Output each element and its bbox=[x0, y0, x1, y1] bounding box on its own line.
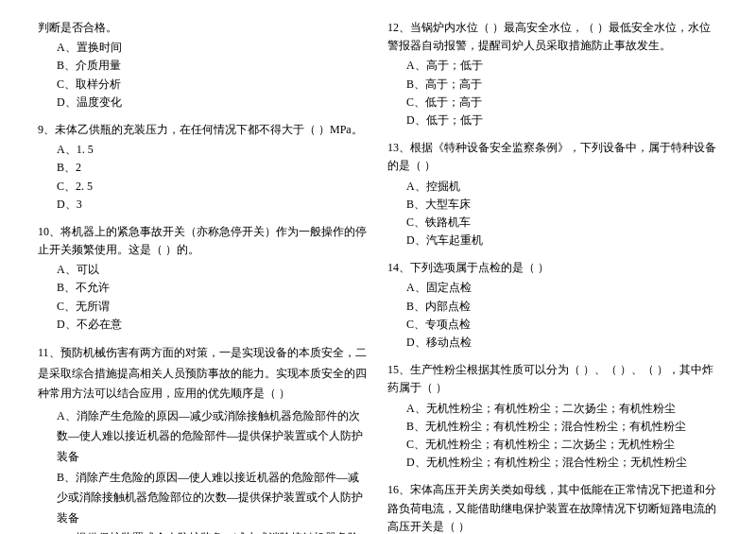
option-14-c: C、专项点检 bbox=[387, 316, 718, 334]
content-columns: 判断是否合格。 A、置换时间 B、介质用量 C、取样分析 D、温度变化 9、未体… bbox=[38, 19, 718, 534]
option-12-b: B、高于；高于 bbox=[387, 76, 718, 94]
option-12-c: C、低于；高于 bbox=[387, 94, 718, 112]
question-12-text: 12、当锅炉内水位（ ）最高安全水位，（ ）最低安全水位，水位警报器自动报警，提… bbox=[387, 19, 718, 55]
option-15-a: A、无机性粉尘；有机性粉尘；二次扬尘；有机性粉尘 bbox=[387, 400, 718, 418]
question-11: 11、预防机械伤害有两方面的对策，一是实现设备的本质安全，二是采取综合措施提高相… bbox=[38, 343, 369, 534]
option-9-d: D、3 bbox=[38, 196, 369, 214]
question-14-text: 14、下列选项属于点检的是（ ） bbox=[387, 259, 718, 277]
exam-page: 判断是否合格。 A、置换时间 B、介质用量 C、取样分析 D、温度变化 9、未体… bbox=[38, 19, 718, 534]
option-9-c: C、2. 5 bbox=[38, 178, 369, 196]
option-judge-c: C、取样分析 bbox=[38, 76, 369, 94]
option-13-a: A、控掘机 bbox=[387, 178, 718, 196]
option-13-c: C、铁路机车 bbox=[387, 214, 718, 232]
question-9: 9、未体乙供瓶的充装压力，在任何情况下都不得大于（ ）MPa。 A、1. 5 B… bbox=[38, 121, 369, 214]
option-10-a: A、可以 bbox=[38, 261, 369, 279]
question-judge-text: 判断是否合格。 bbox=[38, 19, 369, 37]
question-13-text: 13、根据《特种设备安全监察条例》，下列设备中，属于特种设备的是（ ） bbox=[387, 139, 718, 175]
question-13: 13、根据《特种设备安全监察条例》，下列设备中，属于特种设备的是（ ） A、控掘… bbox=[387, 139, 718, 250]
option-15-b: B、无机性粉尘；有机性粉尘；混合性粉尘；有机性粉尘 bbox=[387, 418, 718, 436]
option-13-b: B、大型车床 bbox=[387, 196, 718, 214]
question-16-text: 16、宋体高压开关房关类如母线，其中低能在正常情况下把道和分路负荷电流，又能借助… bbox=[387, 481, 718, 534]
left-column: 判断是否合格。 A、置换时间 B、介质用量 C、取样分析 D、温度变化 9、未体… bbox=[38, 19, 369, 534]
option-11-c: C、提供保护装置或个人防护装备—减少或消除接触机器危险部件的次数—使人难以接近机… bbox=[38, 528, 369, 534]
option-14-d: D、移动点检 bbox=[387, 334, 718, 352]
option-9-b: B、2 bbox=[38, 159, 369, 177]
question-9-text: 9、未体乙供瓶的充装压力，在任何情况下都不得大于（ ）MPa。 bbox=[38, 121, 369, 139]
option-judge-d: D、温度变化 bbox=[38, 94, 369, 112]
option-9-a: A、1. 5 bbox=[38, 141, 369, 159]
question-judge: 判断是否合格。 A、置换时间 B、介质用量 C、取样分析 D、温度变化 bbox=[38, 19, 369, 112]
option-12-a: A、高于；低于 bbox=[387, 57, 718, 75]
option-10-c: C、无所谓 bbox=[38, 298, 369, 316]
right-column: 12、当锅炉内水位（ ）最高安全水位，（ ）最低安全水位，水位警报器自动报警，提… bbox=[387, 19, 718, 534]
option-11-a: A、消除产生危险的原因—减少或消除接触机器危险部件的次数—使人难以接近机器的危险… bbox=[38, 406, 369, 468]
question-16: 16、宋体高压开关房关类如母线，其中低能在正常情况下把道和分路负荷电流，又能借助… bbox=[387, 481, 718, 534]
option-12-d: D、低于；低于 bbox=[387, 112, 718, 129]
option-15-c: C、无机性粉尘；有机性粉尘；二次扬尘；无机性粉尘 bbox=[387, 436, 718, 454]
option-judge-a: A、置换时间 bbox=[38, 39, 369, 57]
option-11-b: B、消除产生危险的原因—使人难以接近机器的危险部件—减少或消除接触机器危险部位的… bbox=[38, 468, 369, 529]
question-15-text: 15、生产性粉尘根据其性质可以分为（ ）、（ ）、（ ），其中炸药属于（ ） bbox=[387, 361, 718, 397]
question-10: 10、将机器上的紧急事故开关（亦称急停开关）作为一般操作的停止开关频繁使用。这是… bbox=[38, 223, 369, 334]
question-11-text: 11、预防机械伤害有两方面的对策，一是实现设备的本质安全，二是采取综合措施提高相… bbox=[38, 343, 369, 405]
question-12: 12、当锅炉内水位（ ）最高安全水位，（ ）最低安全水位，水位警报器自动报警，提… bbox=[387, 19, 718, 129]
option-10-b: B、不允许 bbox=[38, 279, 369, 297]
option-10-d: D、不必在意 bbox=[38, 316, 369, 334]
option-judge-b: B、介质用量 bbox=[38, 57, 369, 75]
option-14-a: A、固定点检 bbox=[387, 279, 718, 297]
option-15-d: D、无机性粉尘；有机性粉尘；混合性粉尘；无机性粉尘 bbox=[387, 454, 718, 472]
question-15: 15、生产性粉尘根据其性质可以分为（ ）、（ ）、（ ），其中炸药属于（ ） A… bbox=[387, 361, 718, 472]
option-13-d: D、汽车起重机 bbox=[387, 232, 718, 250]
option-14-b: B、内部点检 bbox=[387, 298, 718, 316]
question-14: 14、下列选项属于点检的是（ ） A、固定点检 B、内部点检 C、专项点检 D、… bbox=[387, 259, 718, 352]
question-10-text: 10、将机器上的紧急事故开关（亦称急停开关）作为一般操作的停止开关频繁使用。这是… bbox=[38, 223, 369, 259]
